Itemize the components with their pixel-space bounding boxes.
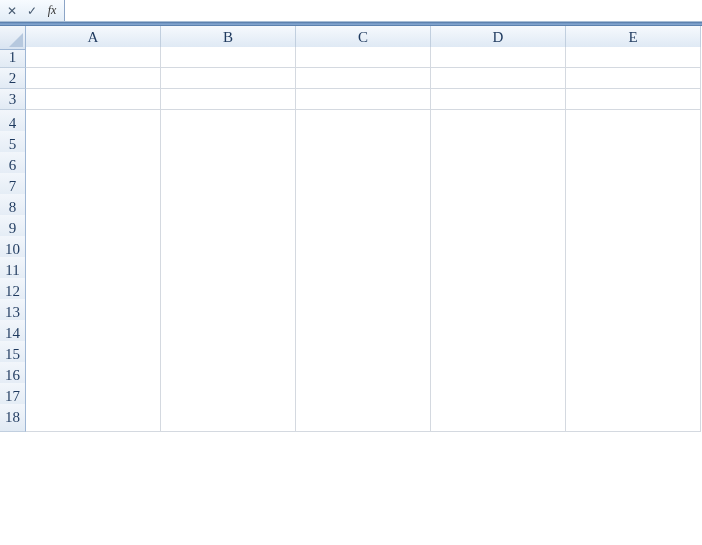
cell-B3[interactable]	[161, 89, 296, 110]
formula-input[interactable]	[65, 0, 702, 21]
cell-A2[interactable]	[26, 68, 161, 89]
row-header-18[interactable]: 18	[0, 404, 26, 432]
cell-E18[interactable]	[566, 404, 701, 432]
spreadsheet-grid: A B C D E 1 2 3 4 5 6 7 8	[0, 26, 702, 425]
cell-E2[interactable]	[566, 68, 701, 89]
cell-D18[interactable]	[431, 404, 566, 432]
row-header-1[interactable]: 1	[0, 47, 26, 68]
cell-B1[interactable]	[161, 47, 296, 68]
cell-B2[interactable]	[161, 68, 296, 89]
cell-D3[interactable]	[431, 89, 566, 110]
row-header-2[interactable]: 2	[0, 68, 26, 89]
cancel-icon[interactable]: ✕	[4, 3, 20, 19]
cell-A1[interactable]	[26, 47, 161, 68]
fx-icon[interactable]: fx	[44, 3, 60, 19]
cell-C3[interactable]	[296, 89, 431, 110]
cell-D1[interactable]	[431, 47, 566, 68]
cell-C18[interactable]	[296, 404, 431, 432]
cell-C2[interactable]	[296, 68, 431, 89]
formula-bar: ✕ ✓ fx	[0, 0, 702, 22]
confirm-icon[interactable]: ✓	[24, 3, 40, 19]
cell-E3[interactable]	[566, 89, 701, 110]
formula-controls: ✕ ✓ fx	[0, 0, 65, 21]
cell-A3[interactable]	[26, 89, 161, 110]
cell-B18[interactable]	[161, 404, 296, 432]
cell-D2[interactable]	[431, 68, 566, 89]
cell-A18[interactable]	[26, 404, 161, 432]
select-all-corner[interactable]	[0, 26, 26, 50]
cell-E1[interactable]	[566, 47, 701, 68]
row-header-3[interactable]: 3	[0, 89, 26, 110]
cell-C1[interactable]	[296, 47, 431, 68]
